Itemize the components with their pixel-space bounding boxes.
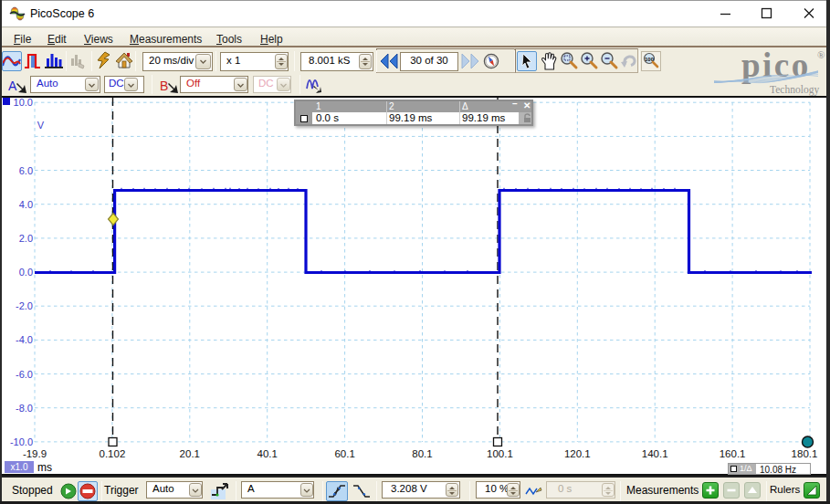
svg-text:-8.0: -8.0 bbox=[16, 403, 33, 414]
svg-text:10.0: 10.0 bbox=[14, 98, 33, 108]
svg-text:-2.0: -2.0 bbox=[16, 300, 33, 311]
svg-text:160.1: 160.1 bbox=[720, 448, 746, 459]
svg-text:-19.9: -19.9 bbox=[23, 448, 47, 459]
svg-text:140.1: 140.1 bbox=[642, 448, 668, 459]
svg-text:20.1: 20.1 bbox=[180, 448, 200, 459]
svg-text:80.1: 80.1 bbox=[412, 448, 432, 459]
svg-text:-4.0: -4.0 bbox=[16, 334, 33, 345]
svg-text:-6.0: -6.0 bbox=[16, 369, 33, 380]
svg-text:4.0: 4.0 bbox=[19, 199, 33, 210]
svg-text:0.102: 0.102 bbox=[100, 448, 126, 459]
svg-text:V: V bbox=[37, 120, 45, 131]
svg-text:180.1: 180.1 bbox=[792, 448, 818, 459]
svg-text:2.0: 2.0 bbox=[19, 233, 33, 244]
svg-text:6.0: 6.0 bbox=[19, 165, 33, 176]
svg-text:120.1: 120.1 bbox=[564, 448, 591, 459]
svg-text:-10.0: -10.0 bbox=[10, 436, 33, 447]
svg-text:100.1: 100.1 bbox=[487, 448, 513, 459]
svg-text:40.1: 40.1 bbox=[257, 448, 278, 459]
svg-text:100: 100 bbox=[645, 57, 655, 62]
svg-text:60.1: 60.1 bbox=[334, 448, 354, 459]
svg-text:0.0: 0.0 bbox=[19, 267, 33, 278]
